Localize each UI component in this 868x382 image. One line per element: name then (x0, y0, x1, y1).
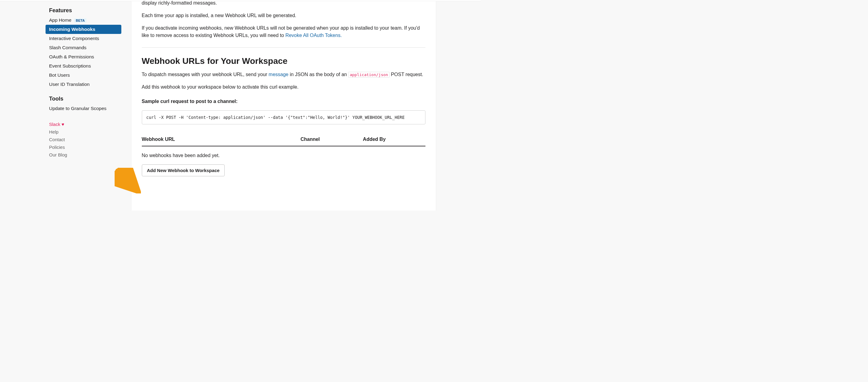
sidebar-item-user-id-translation[interactable]: User ID Translation (45, 80, 122, 89)
sidebar-item-incoming-webhooks[interactable]: Incoming Webhooks (45, 25, 121, 34)
sidebar-item-label: Interactive Components (49, 36, 99, 41)
sidebar: Features App Home BETA Incoming Webhooks… (45, 1, 122, 211)
sidebar-item-label: App Home (49, 18, 71, 23)
col-channel: Channel (301, 133, 363, 146)
footer-slack[interactable]: Slack ♥ (45, 120, 122, 128)
sidebar-item-label: Bot Users (49, 72, 70, 77)
col-added-by: Added By (363, 133, 425, 146)
sidebar-item-label: Event Subscriptions (49, 63, 91, 68)
intro-p2: If you deactivate incoming webhooks, new… (142, 25, 426, 40)
section-divider (142, 47, 426, 48)
sidebar-item-granular-scopes[interactable]: Update to Granular Scopes (45, 104, 122, 113)
sidebar-item-label: OAuth & Permissions (49, 54, 94, 59)
message-link[interactable]: message (269, 72, 288, 77)
content-type-code: application/json (348, 72, 390, 77)
footer-blog[interactable]: Our Blog (45, 151, 122, 159)
dispatch-paragraph: To dispatch messages with your webhook U… (142, 71, 426, 78)
main-content: display richly-formatted messages. Each … (131, 1, 436, 211)
sidebar-item-slash-commands[interactable]: Slash Commands (45, 43, 122, 52)
intro-cut-line: display richly-formatted messages. (142, 0, 426, 7)
footer-help[interactable]: Help (45, 128, 122, 136)
sample-label: Sample curl request to post to a channel… (142, 98, 426, 105)
beta-badge: BETA (74, 18, 87, 23)
heart-icon: ♥ (61, 122, 64, 127)
footer-contact[interactable]: Contact (45, 136, 122, 143)
add-webhook-button[interactable]: Add New Webhook to Workspace (142, 164, 225, 176)
sidebar-item-event-subscriptions[interactable]: Event Subscriptions (45, 61, 122, 71)
sidebar-item-bot-users[interactable]: Bot Users (45, 71, 122, 80)
col-webhook-url: Webhook URL (142, 133, 301, 146)
sidebar-item-label: User ID Translation (49, 82, 90, 87)
sidebar-item-label: Incoming Webhooks (49, 27, 95, 32)
sidebar-item-interactive-components[interactable]: Interactive Components (45, 34, 122, 43)
features-heading: Features (45, 5, 122, 15)
footer-slack-label: Slack (49, 122, 61, 127)
tools-heading: Tools (45, 94, 122, 104)
sidebar-item-oauth-permissions[interactable]: OAuth & Permissions (45, 52, 122, 61)
intro-p1: Each time your app is installed, a new W… (142, 12, 426, 20)
activate-paragraph: Add this webhook to your workspace below… (142, 84, 426, 91)
curl-sample-code: curl -X POST -H 'Content-type: applicati… (142, 110, 426, 124)
revoke-tokens-link[interactable]: Revoke All OAuth Tokens. (285, 33, 342, 38)
footer-policies[interactable]: Policies (45, 143, 122, 151)
webhook-table: Webhook URL Channel Added By (142, 133, 426, 147)
empty-webhooks-message: No webhooks have been added yet. (142, 152, 426, 160)
sidebar-item-app-home[interactable]: App Home BETA (45, 15, 122, 25)
sidebar-item-label: Update to Granular Scopes (49, 106, 107, 111)
section-heading: Webhook URLs for Your Workspace (142, 56, 426, 66)
sidebar-item-label: Slash Commands (49, 45, 87, 50)
